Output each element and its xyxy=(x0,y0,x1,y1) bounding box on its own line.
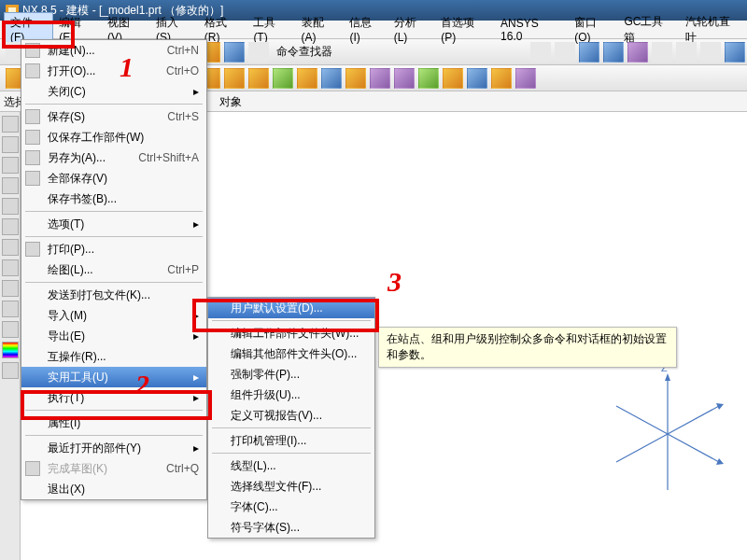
save-work-icon xyxy=(25,130,40,145)
dock-assy-icon[interactable] xyxy=(2,157,19,174)
menu-utilities[interactable]: 实用工具(U)▸ xyxy=(21,367,206,387)
menu-send-pack[interactable]: 发送到打包文件(K)... xyxy=(21,285,206,305)
submenu-edit-other-header[interactable]: 编辑其他部件文件头(O)... xyxy=(208,343,374,364)
feat-groove-icon[interactable] xyxy=(248,68,269,89)
selection-label-suffix: 对象 xyxy=(219,95,242,108)
dock-hdr-icon[interactable] xyxy=(2,280,19,297)
dock-measure-icon[interactable] xyxy=(2,259,19,276)
file-menu-dropdown: 新建(N)...Ctrl+N 打开(O)...Ctrl+O 关闭(C)▸ 保存(… xyxy=(21,39,207,500)
svg-line-5 xyxy=(616,434,668,462)
submenu-custom-report[interactable]: 定义可视报告(V)... xyxy=(208,405,374,426)
tb-fit-icon[interactable] xyxy=(530,42,551,63)
submenu-force-part[interactable]: 强制零件(P)... xyxy=(208,364,374,385)
dock-palette-icon[interactable] xyxy=(2,342,19,358)
menu-save-as[interactable]: 另存为(A)...Ctrl+Shift+A xyxy=(21,147,206,168)
feat-pad-icon[interactable] xyxy=(224,68,245,89)
feat-mirror-icon[interactable] xyxy=(394,68,415,89)
dock-part-icon[interactable] xyxy=(2,136,19,153)
submenu-line-type[interactable]: 线型(L)... xyxy=(208,455,374,476)
menu-save-bookmark[interactable]: 保存书签(B)... xyxy=(21,189,206,209)
svg-line-4 xyxy=(668,406,719,434)
print-icon xyxy=(25,242,40,257)
menu-preferences[interactable]: 首选项(P) xyxy=(435,13,495,46)
utilities-submenu: 用户默认设置(D)... 编辑工作部件文件头(W)... 编辑其他部件文件头(O… xyxy=(207,297,375,539)
dock-navigator-icon[interactable] xyxy=(2,116,19,133)
menu-properties[interactable]: 属性(I) xyxy=(21,413,206,433)
tb-rect2-icon[interactable] xyxy=(700,42,721,63)
tooltip-text: 在站点、组和用户级别控制众多命令和对话框的初始设置和参数。 xyxy=(387,332,667,361)
svg-line-6 xyxy=(668,434,719,462)
command-finder-label[interactable]: 命令查找器 xyxy=(276,44,332,60)
dock-settings-icon[interactable] xyxy=(2,321,19,338)
menu-save-all[interactable]: 全部保存(V) xyxy=(21,168,206,189)
menu-bar: 文件(F) 编辑(E) 视图(V) 插入(S) 格式(R) 工具(T) 装配(A… xyxy=(0,21,747,39)
menu-execute[interactable]: 执行(T)▸ xyxy=(21,387,206,408)
menu-close[interactable]: 关闭(C)▸ xyxy=(21,81,206,102)
menu-import[interactable]: 导入(M)▸ xyxy=(21,305,206,326)
menu-new[interactable]: 新建(N)...Ctrl+N xyxy=(21,40,206,61)
view-triad: Z xyxy=(607,373,728,495)
dock-render-icon[interactable] xyxy=(2,301,19,317)
submenu-symbol-fonts[interactable]: 符号字体(S)... xyxy=(208,517,374,538)
feat-blend-icon[interactable] xyxy=(273,68,293,89)
tb-shade1-icon[interactable] xyxy=(579,42,599,63)
menu-info[interactable]: 信息(I) xyxy=(344,13,388,46)
submenu-user-defaults[interactable]: 用户默认设置(D)... xyxy=(208,298,374,318)
feat-chamfer-icon[interactable] xyxy=(297,68,317,89)
feat-extra1-icon[interactable] xyxy=(491,68,512,89)
svg-marker-8 xyxy=(665,373,670,381)
tb-last-icon[interactable] xyxy=(725,42,745,63)
menu-interop[interactable]: 互操作(R)... xyxy=(21,346,206,367)
tb-shade2-icon[interactable] xyxy=(603,42,624,63)
save-all-icon xyxy=(25,171,40,186)
finish-sketch-icon xyxy=(25,461,40,476)
tb-cube-icon[interactable] xyxy=(627,42,648,63)
menu-exit[interactable]: 退出(X) xyxy=(21,479,206,499)
menu-ansys[interactable]: ANSYS 16.0 xyxy=(495,15,569,45)
menu-recent[interactable]: 最近打开的部件(Y)▸ xyxy=(21,438,206,458)
feat-subtract-icon[interactable] xyxy=(443,68,463,89)
menu-save-work[interactable]: 仅保存工作部件(W) xyxy=(21,127,206,147)
submenu-printer-admin[interactable]: 打印机管理(I)... xyxy=(208,430,374,451)
svg-line-3 xyxy=(616,406,668,434)
feat-pattern-icon[interactable] xyxy=(370,68,390,89)
menu-analysis[interactable]: 分析(L) xyxy=(388,13,436,46)
submenu-comp-upgrade[interactable]: 组件升级(U)... xyxy=(208,385,374,405)
submenu-edit-work-header[interactable]: 编辑工作部件文件头(W)... xyxy=(208,323,374,343)
feat-draft-icon[interactable] xyxy=(321,68,342,89)
tb-rect1-icon[interactable] xyxy=(676,42,697,63)
feat-unite-icon[interactable] xyxy=(418,68,439,89)
left-dock xyxy=(0,112,21,560)
menu-export[interactable]: 导出(E)▸ xyxy=(21,326,206,346)
feat-extra2-icon[interactable] xyxy=(515,68,536,89)
tb-wireframe-icon[interactable] xyxy=(652,42,672,63)
menu-save[interactable]: 保存(S)Ctrl+S xyxy=(21,106,206,127)
dock-reuse-icon[interactable] xyxy=(2,198,19,215)
menu-options[interactable]: 选项(T)▸ xyxy=(21,214,206,234)
menu-print[interactable]: 打印(P)... xyxy=(21,239,206,259)
feat-shell-icon[interactable] xyxy=(345,68,366,89)
tb-misc2-icon[interactable] xyxy=(224,42,245,63)
dock-browser-icon[interactable] xyxy=(2,218,19,235)
tooltip: 在站点、组和用户级别控制众多命令和对话框的初始设置和参数。 xyxy=(378,327,677,368)
open-icon xyxy=(25,63,40,78)
new-icon xyxy=(25,43,40,58)
dock-last-icon[interactable] xyxy=(2,362,19,379)
save-as-icon xyxy=(25,150,40,165)
menu-assembly[interactable]: 装配(A) xyxy=(296,13,345,46)
tb-zoom-icon[interactable] xyxy=(555,42,575,63)
dock-sketch-icon[interactable] xyxy=(2,239,19,256)
menu-open[interactable]: 打开(O)...Ctrl+O xyxy=(21,61,206,81)
save-icon xyxy=(25,109,40,124)
dock-history-icon[interactable] xyxy=(2,177,19,194)
feat-intersect-icon[interactable] xyxy=(467,68,487,89)
submenu-select-line-file[interactable]: 选择线型文件(F)... xyxy=(208,476,374,497)
menu-finish-sketch: 完成草图(K)Ctrl+Q xyxy=(21,458,206,479)
menu-plot[interactable]: 绘图(L)...Ctrl+P xyxy=(21,259,206,280)
submenu-fonts[interactable]: 字体(C)... xyxy=(208,497,374,517)
tb-binoculars-icon[interactable] xyxy=(248,42,269,63)
